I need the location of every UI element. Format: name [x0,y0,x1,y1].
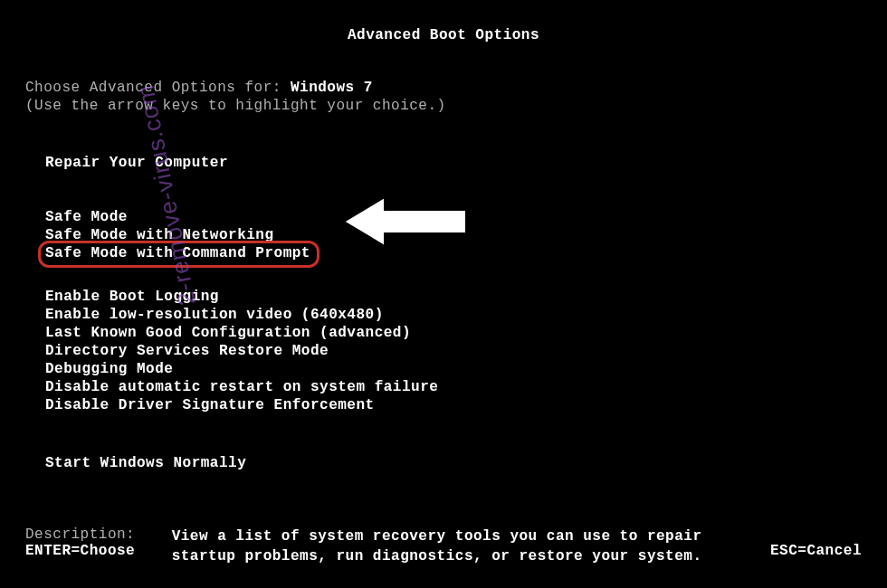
option-safe-mode-networking[interactable]: Safe Mode with Networking [45,226,862,244]
option-low-resolution-video[interactable]: Enable low-resolution video (640x480) [45,306,862,324]
option-disable-auto-restart[interactable]: Disable automatic restart on system fail… [45,378,862,396]
enter-choose-label: ENTER=Choose [25,543,135,559]
arrow-keys-hint: (Use the arrow keys to highlight your ch… [25,98,862,114]
esc-cancel-label: ESC=Cancel [770,543,862,559]
option-start-windows-normally[interactable]: Start Windows Normally [45,454,862,472]
option-last-known-good[interactable]: Last Known Good Configuration (advanced) [45,324,862,342]
option-safe-mode[interactable]: Safe Mode [45,208,862,226]
option-enable-boot-logging[interactable]: Enable Boot Logging [45,288,862,306]
page-title: Advanced Boot Options [0,0,887,43]
option-safe-mode-command-prompt[interactable]: Safe Mode with Command Prompt [45,244,310,262]
os-name: Windows 7 [291,80,373,96]
option-directory-services-restore[interactable]: Directory Services Restore Mode [45,342,862,360]
option-repair-computer[interactable]: Repair Your Computer [45,154,862,172]
option-debugging-mode[interactable]: Debugging Mode [45,360,862,378]
option-disable-driver-signature[interactable]: Disable Driver Signature Enforcement [45,396,862,414]
choose-advanced-label: Choose Advanced Options for: Windows 7 [25,80,862,96]
choose-prefix: Choose Advanced Options for: [25,80,291,96]
